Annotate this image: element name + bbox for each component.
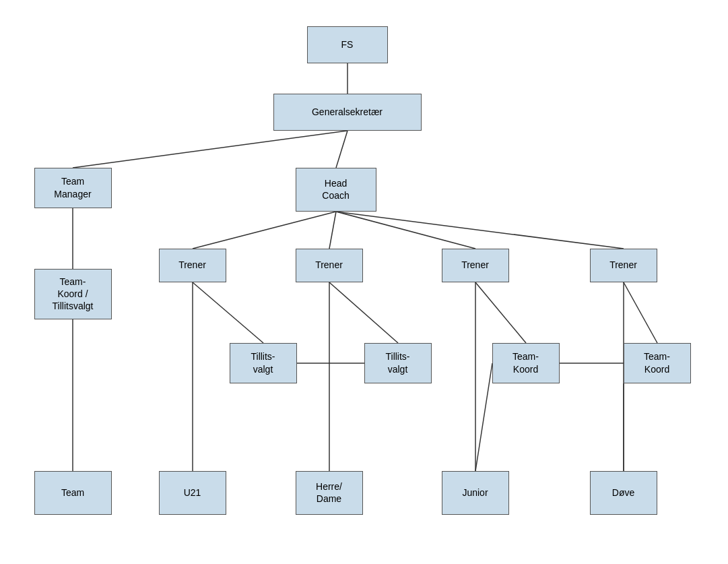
- svg-line-6: [336, 212, 624, 249]
- node-tillitsvalgt-1: Tillits-valgt: [230, 343, 297, 383]
- node-u21: U21: [159, 471, 226, 515]
- svg-line-3: [193, 212, 336, 249]
- node-trener-1: Trener: [159, 249, 226, 282]
- node-team-koord-4: Team-Koord: [624, 343, 691, 383]
- svg-line-2: [336, 131, 348, 168]
- node-herre-dame: Herre/Dame: [296, 471, 363, 515]
- node-tillitsvalgt-2: Tillits-valgt: [364, 343, 432, 383]
- node-team-koord-3: Team-Koord: [492, 343, 560, 383]
- node-head-coach: HeadCoach: [296, 168, 376, 212]
- node-fs: FS: [307, 26, 388, 63]
- node-generalsekr: Generalsekretær: [273, 94, 422, 131]
- svg-line-16: [475, 363, 492, 471]
- node-trener-3: Trener: [442, 249, 509, 282]
- node-trener-4: Trener: [590, 249, 657, 282]
- node-junior: Junior: [442, 471, 509, 515]
- node-team: Team: [34, 471, 112, 515]
- node-trener-2: Trener: [296, 249, 363, 282]
- org-chart: FS Generalsekretær TeamManager HeadCoach…: [14, 13, 715, 552]
- svg-line-14: [475, 282, 526, 343]
- node-dove: Døve: [590, 471, 657, 515]
- node-team-koord-tillitsvalgt: Team-Koord /Tillitsvalgt: [34, 269, 112, 319]
- node-team-manager: TeamManager: [34, 168, 112, 208]
- svg-line-17: [624, 282, 657, 343]
- svg-line-11: [329, 282, 398, 343]
- svg-line-1: [73, 131, 348, 168]
- svg-line-5: [336, 212, 475, 249]
- svg-line-10: [193, 282, 263, 343]
- svg-line-4: [329, 212, 336, 249]
